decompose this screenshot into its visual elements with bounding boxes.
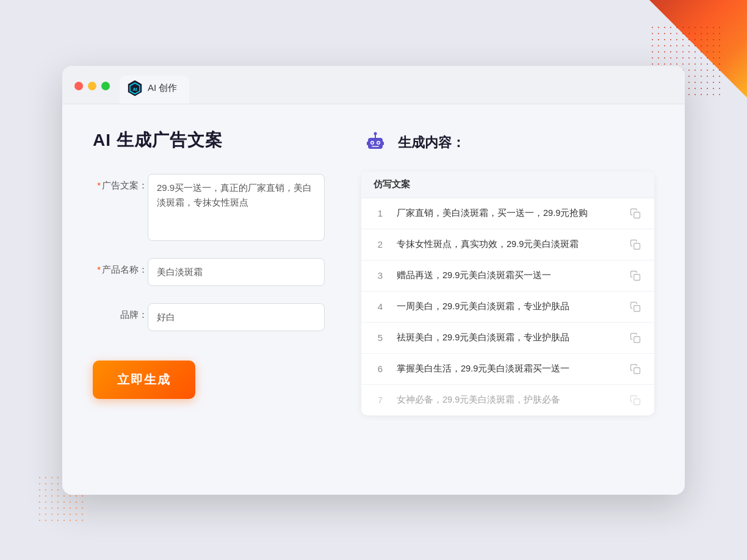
svg-rect-14 (634, 274, 640, 280)
svg-rect-18 (634, 398, 640, 404)
minimize-dot[interactable] (88, 82, 96, 90)
svg-rect-2 (368, 138, 383, 149)
svg-rect-11 (382, 142, 384, 145)
titlebar: AI AI 创作 (62, 66, 685, 104)
product-name-required-star: * (97, 264, 101, 275)
result-title: 生成内容： (398, 134, 465, 152)
brand-row: 品牌： (93, 303, 325, 331)
copy-icon[interactable] (629, 393, 642, 407)
ad-copy-label: *广告文案： (93, 174, 148, 192)
table-row: 2 专抹女性斑点，真实功效，29.9元美白淡斑霜 (361, 229, 654, 260)
table-row: 6 掌握美白生活，29.9元美白淡斑霜买一送一 (361, 354, 654, 385)
row-number: 5 (374, 332, 387, 343)
ad-copy-input[interactable] (148, 174, 325, 241)
row-text: 专抹女性斑点，真实功效，29.9元美白淡斑霜 (397, 238, 619, 251)
ai-logo-icon: AI (127, 81, 143, 96)
product-name-row: *产品名称： (93, 258, 325, 286)
svg-rect-10 (367, 142, 369, 145)
copy-icon[interactable] (629, 207, 642, 220)
table-row: 3 赠品再送，29.9元美白淡斑霜买一送一 (361, 260, 654, 292)
row-text: 厂家直销，美白淡斑霜，买一送一，29.9元抢购 (397, 207, 619, 220)
svg-point-6 (378, 142, 380, 143)
ad-copy-row: *广告文案： (93, 174, 325, 241)
svg-rect-15 (634, 305, 640, 311)
robot-icon (361, 129, 389, 157)
brand-input[interactable] (148, 303, 325, 331)
close-dot[interactable] (74, 82, 83, 90)
row-number: 2 (374, 239, 387, 249)
tab-label: AI 创作 (148, 82, 177, 94)
copy-icon[interactable] (629, 269, 642, 282)
table-row: 5 祛斑美白，29.9元美白淡斑霜，专业护肤品 (361, 323, 654, 354)
svg-text:AI: AI (133, 87, 137, 92)
copy-icon[interactable] (629, 300, 642, 314)
left-panel: AI 生成广告文案 *广告文案： *产品名称： 品牌： 立 (93, 129, 325, 464)
svg-rect-7 (372, 146, 379, 147)
table-header: 仿写文案 (361, 171, 654, 198)
svg-rect-16 (634, 336, 640, 342)
row-number: 4 (374, 301, 387, 312)
row-number: 7 (374, 395, 387, 405)
generate-button[interactable]: 立即生成 (93, 361, 195, 399)
svg-rect-13 (634, 243, 640, 249)
table-row: 1 厂家直销，美白淡斑霜，买一送一，29.9元抢购 (361, 198, 654, 229)
result-header: 生成内容： (361, 129, 654, 157)
svg-rect-12 (634, 212, 640, 218)
row-number: 6 (374, 364, 387, 374)
row-text: 女神必备，29.9元美白淡斑霜，护肤必备 (397, 393, 619, 407)
row-text: 赠品再送，29.9元美白淡斑霜买一送一 (397, 269, 619, 282)
copy-icon[interactable] (629, 362, 642, 376)
browser-window: AI AI 创作 AI 生成广告文案 *广告文案： *产品名称： (62, 66, 685, 495)
traffic-lights (74, 82, 110, 90)
row-text: 掌握美白生活，29.9元美白淡斑霜买一送一 (397, 362, 619, 376)
copy-icon[interactable] (629, 331, 642, 345)
table-row: 7 女神必备，29.9元美白淡斑霜，护肤必备 (361, 385, 654, 415)
product-name-input[interactable] (148, 258, 325, 286)
svg-rect-17 (634, 367, 640, 373)
product-name-label: *产品名称： (93, 258, 148, 276)
main-content: AI 生成广告文案 *广告文案： *产品名称： 品牌： 立 (62, 104, 685, 495)
svg-point-5 (372, 142, 374, 143)
right-panel: 生成内容： 仿写文案 1 厂家直销，美白淡斑霜，买一送一，29.9元抢购 2 专… (361, 129, 654, 464)
svg-point-9 (374, 132, 377, 135)
page-title: AI 生成广告文案 (93, 129, 325, 152)
brand-label: 品牌： (93, 303, 148, 321)
row-text: 祛斑美白，29.9元美白淡斑霜，专业护肤品 (397, 331, 619, 345)
table-row: 4 一周美白，29.9元美白淡斑霜，专业护肤品 (361, 292, 654, 323)
row-text: 一周美白，29.9元美白淡斑霜，专业护肤品 (397, 300, 619, 314)
ad-copy-required-star: * (97, 180, 101, 190)
results-table: 仿写文案 1 厂家直销，美白淡斑霜，买一送一，29.9元抢购 2 专抹女性斑点，… (361, 171, 654, 415)
maximize-dot[interactable] (101, 82, 110, 90)
row-number: 1 (374, 208, 387, 218)
browser-tab[interactable]: AI AI 创作 (120, 76, 189, 104)
copy-icon[interactable] (629, 238, 642, 251)
row-number: 3 (374, 270, 387, 281)
